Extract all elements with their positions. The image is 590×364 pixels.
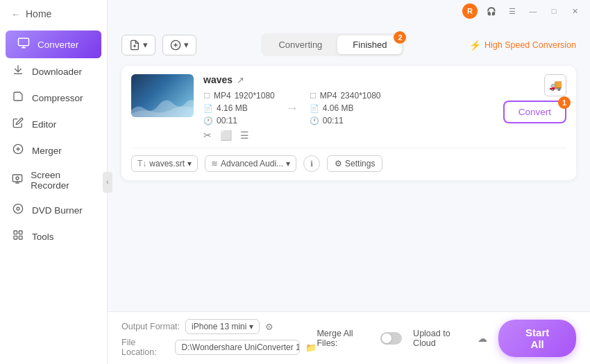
minimize-button[interactable]: — — [526, 4, 540, 18]
high-speed-label: ⚡ High Speed Conversion — [469, 40, 576, 51]
input-size: 📄 4.16 MB — [203, 103, 275, 113]
effects-icon[interactable]: ☰ — [240, 130, 249, 141]
svg-point-5 — [17, 207, 19, 210]
subtitle-row: T↓ waves.srt ▾ ≋ Advanced Audi... ▾ ℹ ⚙ … — [131, 148, 566, 172]
settings-button[interactable]: ⚙ Settings — [327, 155, 382, 172]
sidebar-item-downloader[interactable]: Downloader — [0, 58, 107, 85]
output-format-select[interactable]: iPhone 13 mini ▾ — [185, 319, 260, 334]
external-link-icon[interactable]: ↗ — [237, 75, 244, 85]
output-format: ☐ MP4 2340*1080 — [310, 91, 381, 101]
downloader-icon — [11, 64, 25, 78]
settings-label: Settings — [345, 159, 375, 168]
upload-label: Upload to Cloud — [413, 329, 473, 348]
output-size-value: 4.06 MB — [323, 103, 354, 113]
file-name-row: waves ↗ — [203, 74, 494, 85]
sidebar-nav: Converter Downloader Compressor — [0, 28, 107, 252]
checkbox-icon2: ☐ — [310, 92, 317, 101]
svg-rect-0 — [19, 38, 29, 46]
browse-folder-icon[interactable]: 📁 — [305, 343, 317, 353]
converter-icon — [17, 37, 31, 52]
back-arrow-icon: ← — [11, 9, 20, 19]
add-file-button[interactable]: ▾ — [121, 35, 155, 55]
sidebar-item-label: Merger — [32, 146, 62, 156]
add-convert-caret: ▾ — [184, 40, 189, 50]
svg-rect-7 — [19, 231, 22, 234]
home-button[interactable]: ← Home — [0, 0, 107, 28]
main-content: R 🎧 ☰ — □ ✕ ▾ — [108, 0, 590, 364]
crop-icon[interactable]: ⬜ — [220, 130, 232, 141]
maximize-button[interactable]: □ — [547, 4, 561, 18]
close-button[interactable]: ✕ — [568, 4, 582, 18]
audio-icon: ≋ — [211, 159, 218, 168]
settings-gear-icon: ⚙ — [335, 159, 342, 168]
upload-row: Upload to Cloud ☁ — [413, 329, 487, 348]
input-format: ☐ MP4 1920*1080 — [203, 91, 275, 101]
toggle-knob — [382, 333, 391, 343]
file-details: waves ↗ ☐ MP4 1920*1080 — [203, 74, 494, 141]
audio-select[interactable]: ≋ Advanced Audi... ▾ — [205, 155, 296, 172]
sidebar-item-tools[interactable]: Tools — [0, 223, 107, 250]
svg-rect-6 — [14, 231, 17, 234]
bottom-bar: Output Format: iPhone 13 mini ▾ ⚙ File L… — [108, 311, 590, 364]
headphone-icon[interactable]: 🎧 — [484, 4, 498, 18]
sidebar-item-converter[interactable]: Converter — [6, 31, 101, 58]
tools-icon — [11, 229, 25, 243]
file-icon2: 📄 — [310, 104, 319, 113]
file-card: waves ↗ ☐ MP4 1920*1080 — [121, 66, 576, 180]
file-location-select[interactable]: D:\Wondershare UniConverter 1 ▾ — [175, 340, 300, 355]
input-duration: 🕐 00:11 — [203, 116, 275, 125]
file-location-row: File Location: D:\Wondershare UniConvert… — [121, 338, 317, 357]
audio-value: Advanced Audi... — [221, 159, 283, 168]
sidebar-item-compressor[interactable]: Compressor — [0, 85, 107, 111]
file-name: waves — [203, 74, 233, 85]
compressor-icon — [11, 91, 25, 105]
sidebar-item-label: Editor — [32, 119, 56, 130]
sidebar-item-screen-recorder[interactable]: Screen Recorder — [0, 164, 107, 197]
output-format-block: ☐ MP4 2340*1080 📄 4.06 MB 🕐 00:11 — [310, 91, 381, 125]
sidebar-item-dvd-burner[interactable]: DVD Burner — [0, 197, 107, 223]
merger-icon — [11, 144, 25, 157]
file-info-row: waves ↗ ☐ MP4 1920*1080 — [131, 74, 566, 141]
input-resolution: 1920*1080 — [235, 91, 275, 101]
toolbar: ▾ ▾ Converting Finished 2 — [121, 33, 576, 56]
output-format-label: Output Format: — [121, 322, 180, 331]
tab-finished[interactable]: Finished 2 — [337, 35, 402, 54]
add-convert-button[interactable]: ▾ — [162, 35, 196, 55]
output-format-value: MP4 — [320, 91, 337, 101]
svg-rect-9 — [19, 236, 22, 239]
subtitle-value: waves.srt — [149, 159, 185, 168]
svg-point-3 — [16, 177, 19, 180]
input-format-block: ☐ MP4 1920*1080 📄 4.16 MB 🕐 00:11 — [203, 91, 275, 125]
cloud-icon[interactable]: ☁ — [478, 333, 487, 344]
output-duration: 🕐 00:11 — [310, 116, 381, 125]
sidebar-item-label: Tools — [32, 232, 54, 242]
home-label: Home — [26, 8, 51, 19]
convert-button[interactable]: Convert 1 — [503, 101, 566, 123]
dvd-burner-icon — [11, 203, 25, 217]
export-button[interactable]: 🚚 — [544, 74, 566, 96]
tab-converting[interactable]: Converting — [263, 35, 337, 54]
merge-toggle[interactable] — [380, 332, 402, 345]
start-all-button[interactable]: Start All — [498, 320, 576, 357]
sidebar-item-label: DVD Burner — [32, 205, 83, 216]
sidebar-collapse-button[interactable]: ‹ — [103, 172, 112, 193]
output-duration-value: 00:11 — [323, 116, 344, 125]
sidebar-item-merger[interactable]: Merger — [0, 137, 107, 164]
subtitle-select[interactable]: T↓ waves.srt ▾ — [131, 155, 198, 172]
merge-label: Merge All Files: — [317, 329, 374, 348]
settings-icon[interactable]: ⚙ — [265, 322, 273, 332]
user-avatar[interactable]: R — [462, 3, 478, 19]
input-format-value: MP4 — [214, 91, 231, 101]
tab-finished-label: Finished — [353, 40, 387, 50]
edit-icons-row: ✂ ⬜ ☰ — [203, 130, 494, 141]
finished-badge: 2 — [394, 31, 406, 44]
menu-icon[interactable]: ☰ — [505, 4, 519, 18]
sidebar-item-label: Converter — [37, 40, 78, 50]
info-button[interactable]: ℹ — [303, 155, 320, 172]
add-file-caret: ▾ — [143, 40, 148, 50]
checkbox-icon: ☐ — [203, 92, 210, 101]
cut-icon[interactable]: ✂ — [203, 130, 212, 141]
output-resolution: 2340*1080 — [340, 91, 380, 101]
output-format-value: iPhone 13 mini — [192, 322, 246, 331]
sidebar-item-editor[interactable]: Editor — [0, 111, 107, 137]
